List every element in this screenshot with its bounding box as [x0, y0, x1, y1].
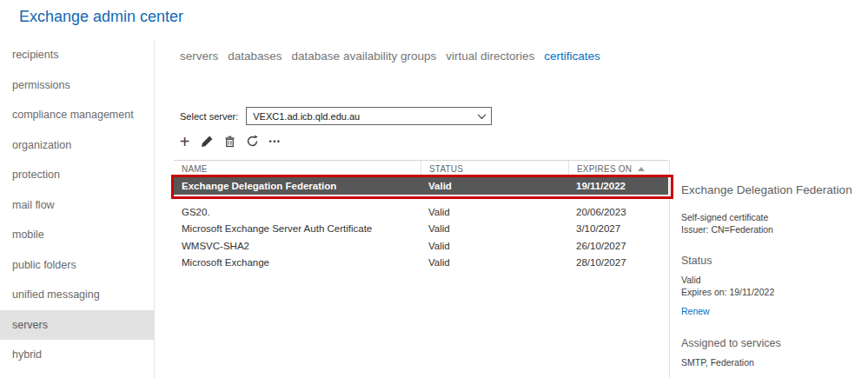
sidebar-item-permissions[interactable]: permissions	[0, 70, 154, 101]
status-heading: Status	[681, 255, 865, 267]
refresh-icon	[246, 135, 259, 148]
certificate-issuer-text: Issuer: CN=Federation	[681, 224, 865, 236]
sidebar-item-public-folders[interactable]: public folders	[0, 250, 154, 281]
table-row[interactable]: WMSVC-SHA2 Valid 26/10/2027	[174, 237, 668, 255]
column-header-name[interactable]: NAME	[174, 161, 421, 176]
add-button[interactable]: +	[177, 132, 192, 150]
certificate-name: Microsoft Exchange	[174, 257, 421, 268]
certificate-status: Valid	[421, 223, 568, 234]
sidebar-item-hybrid[interactable]: hybrid	[0, 340, 154, 370]
refresh-button[interactable]	[245, 132, 260, 150]
server-select-dropdown[interactable]: VEXC1.ad.icb.qld.edu.au	[246, 107, 492, 125]
tab-databases[interactable]: databases	[228, 50, 282, 63]
sidebar-divider	[154, 40, 155, 378]
pencil-icon	[201, 135, 214, 148]
certificate-status: Valid	[421, 181, 568, 191]
more-button[interactable]: •••	[268, 132, 282, 150]
table-row[interactable]: GS20. Valid 20/06/2023	[174, 203, 668, 221]
details-pane-divider	[669, 160, 670, 378]
tab-servers[interactable]: servers	[180, 50, 218, 63]
certificate-details-pane: Exchange Delegation Federation Self-sign…	[681, 183, 865, 369]
certificate-status: Valid	[421, 241, 568, 251]
table-row[interactable]: Exchange Delegation Federation Valid 19/…	[174, 177, 668, 195]
sort-ascending-icon	[638, 167, 645, 171]
sidebar-item-organization[interactable]: organization	[0, 130, 154, 161]
table-row[interactable]: Microsoft Exchange Server Auth Certifica…	[174, 221, 668, 238]
sidebar-item-servers[interactable]: servers	[0, 310, 154, 341]
select-server-label: Select server:	[180, 111, 238, 122]
certificate-expires-on: 26/10/2027	[568, 241, 668, 251]
chevron-down-icon	[478, 110, 487, 119]
certificate-name: Microsoft Exchange Server Auth Certifica…	[174, 223, 421, 234]
trash-icon	[223, 135, 236, 148]
exchange-admin-center-window: Exchange admin center recipients permiss…	[0, 0, 868, 378]
sidebar-item-mobile[interactable]: mobile	[0, 220, 154, 250]
tab-virtual-directories[interactable]: virtual directories	[446, 50, 534, 63]
delete-button[interactable]	[222, 132, 237, 150]
assigned-services-heading: Assigned to services	[681, 337, 865, 349]
sidebar-item-mail-flow[interactable]: mail flow	[0, 190, 154, 221]
certificate-type-text: Self-signed certificate	[681, 212, 865, 224]
sidebar-item-compliance-management[interactable]: compliance management	[0, 100, 154, 130]
tab-certificates[interactable]: certificates	[544, 50, 600, 63]
table-header-row: NAME STATUS EXPIRES ON	[174, 160, 668, 177]
sidebar: recipients permissions compliance manage…	[0, 40, 154, 370]
certificates-toolbar: +	[177, 132, 282, 150]
table-row[interactable]: Microsoft Exchange Valid 28/10/2027	[174, 255, 668, 272]
plus-icon: +	[180, 134, 190, 149]
renew-link[interactable]: Renew	[681, 306, 710, 316]
certificate-status: Valid	[421, 207, 568, 217]
certificates-table: NAME STATUS EXPIRES ON Exchange Delegati…	[174, 160, 668, 271]
sidebar-item-recipients[interactable]: recipients	[0, 40, 154, 70]
certificate-name: GS20.	[174, 207, 421, 217]
certificate-name: WMSVC-SHA2	[174, 241, 421, 251]
edit-button[interactable]	[200, 132, 215, 150]
assigned-services-value: SMTP, Federation	[681, 357, 865, 369]
certificate-status: Valid	[421, 257, 568, 268]
page-title: Exchange admin center	[19, 8, 183, 26]
certificate-expires-on: 28/10/2027	[568, 257, 668, 268]
details-title: Exchange Delegation Federation	[681, 183, 865, 196]
column-header-status[interactable]: STATUS	[421, 161, 568, 176]
column-header-expires-on[interactable]: EXPIRES ON	[568, 161, 668, 176]
sidebar-item-unified-messaging[interactable]: unified messaging	[0, 280, 154, 310]
tab-database-availability-groups[interactable]: database availability groups	[292, 50, 437, 63]
ellipsis-icon: •••	[269, 137, 282, 146]
expires-on-text: Expires on: 19/11/2022	[681, 287, 865, 299]
status-value: Valid	[681, 275, 865, 287]
certificate-expires-on: 20/06/2023	[568, 207, 668, 217]
certificate-expires-on: 19/11/2022	[568, 181, 668, 191]
certificate-name: Exchange Delegation Federation	[174, 181, 421, 191]
tab-bar: servers databases database availability …	[180, 50, 600, 63]
certificate-expires-on: 3/10/2027	[568, 223, 668, 234]
sidebar-item-protection[interactable]: protection	[0, 160, 154, 190]
server-select-value: VEXC1.ad.icb.qld.edu.au	[253, 111, 360, 122]
server-select-row: Select server: VEXC1.ad.icb.qld.edu.au	[180, 107, 492, 125]
